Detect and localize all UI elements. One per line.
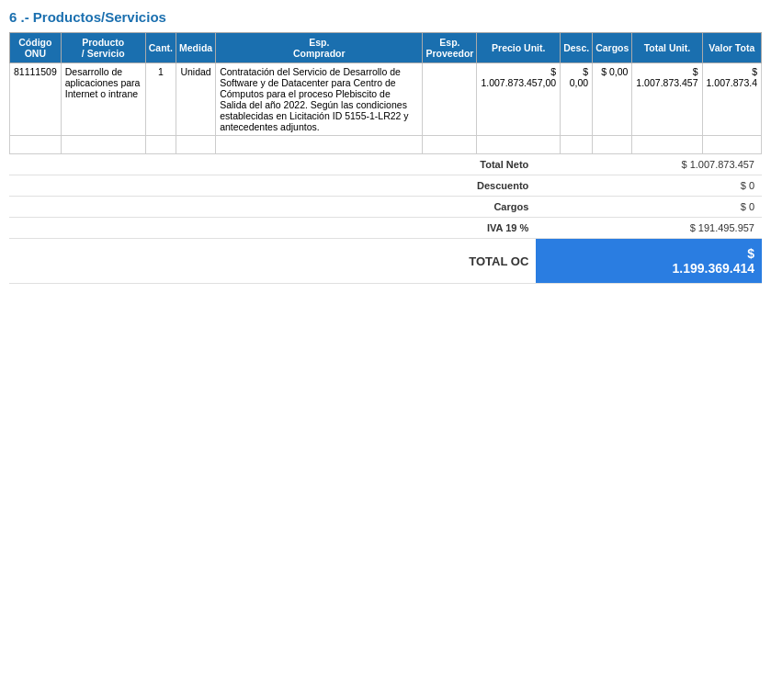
cell-valor-total: $1.007.873.4: [702, 63, 761, 136]
cell-total-unit: $1.007.873.457: [632, 63, 702, 136]
section-title: 6 .- Productos/Servicios: [9, 9, 762, 25]
cell-codigo-onu: 81111509: [10, 63, 62, 136]
col-header-cargos: Cargos: [593, 33, 632, 63]
cargos-value: $ 0: [536, 197, 762, 218]
total-oc-value: $1.199.369.414: [536, 239, 762, 284]
col-header-valor-total: Valor Tota: [702, 33, 761, 63]
cell-cant: 1: [145, 63, 176, 136]
col-header-precio-unit: Precio Unit.: [477, 33, 561, 63]
col-header-total-unit: Total Unit.: [632, 33, 702, 63]
col-header-desc: Desc.: [561, 33, 593, 63]
descuento-label: Descuento: [9, 175, 536, 197]
iva-row: IVA 19 % $ 191.495.957: [9, 218, 762, 239]
iva-label: IVA 19 %: [9, 218, 536, 239]
cell-producto-servicio: Desarrollo de aplicaciones para Internet…: [61, 63, 145, 136]
total-neto-label: Total Neto: [9, 154, 536, 175]
col-header-medida: Medida: [176, 33, 215, 63]
col-header-esp-comprador: Esp.Comprador: [216, 33, 423, 63]
products-table: CódigoONU Producto/ Servicio Cant. Medid…: [9, 32, 762, 154]
cell-medida: Unidad: [176, 63, 215, 136]
descuento-row: Descuento $ 0: [9, 175, 762, 197]
totals-table: Total Neto $ 1.007.873.457 Descuento $ 0…: [9, 154, 762, 284]
cargos-label: Cargos: [9, 197, 536, 218]
col-header-cant: Cant.: [145, 33, 176, 63]
iva-value: $ 191.495.957: [536, 218, 762, 239]
total-neto-value: $ 1.007.873.457: [536, 154, 762, 175]
cell-desc: $0,00: [561, 63, 593, 136]
total-oc-row: TOTAL OC $1.199.369.414: [9, 239, 762, 284]
descuento-value: $ 0: [536, 175, 762, 197]
col-header-codigo-onu: CódigoONU: [10, 33, 62, 63]
total-neto-row: Total Neto $ 1.007.873.457: [9, 154, 762, 175]
col-header-esp-proveedor: Esp.Proveedor: [423, 33, 477, 63]
cell-esp-proveedor: [423, 63, 477, 136]
col-header-producto-servicio: Producto/ Servicio: [61, 33, 145, 63]
cell-precio-unit: $1.007.873.457,00: [477, 63, 561, 136]
total-oc-label: TOTAL OC: [9, 239, 536, 284]
table-row: 81111509 Desarrollo de aplicaciones para…: [10, 63, 762, 136]
cell-cargos: $ 0,00: [593, 63, 632, 136]
cargos-row: Cargos $ 0: [9, 197, 762, 218]
cell-esp-comprador: Contratación del Servicio de Desarrollo …: [216, 63, 423, 136]
empty-row: [10, 136, 762, 154]
